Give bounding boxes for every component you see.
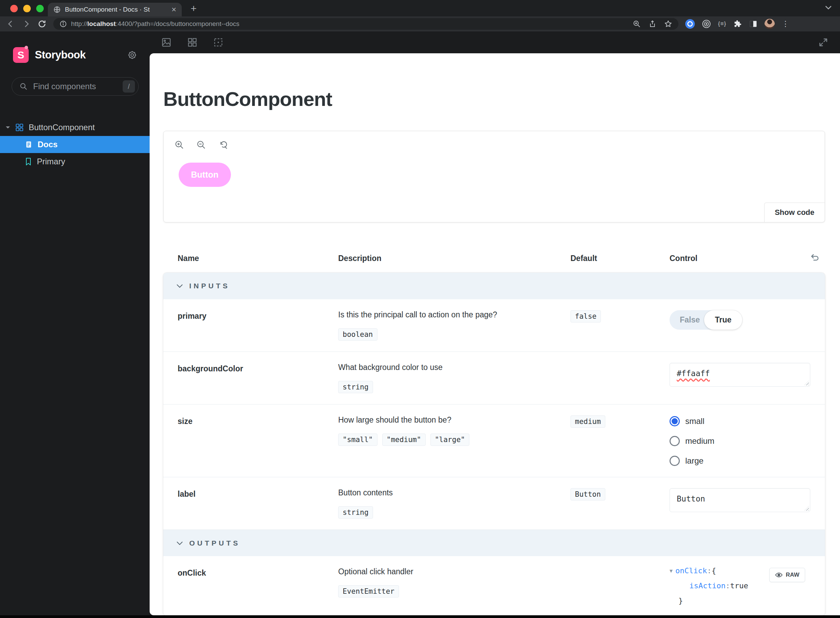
preview-button[interactable]: Button — [179, 163, 231, 187]
reload-icon[interactable] — [37, 19, 46, 28]
type-badge: string — [338, 381, 373, 393]
tree-nested-value: true — [730, 582, 748, 590]
default-badge: medium — [570, 415, 606, 428]
tree-separator: : — [726, 582, 730, 590]
concentric-circles-icon[interactable] — [702, 19, 711, 29]
section-label: OUTPUTS — [189, 539, 240, 547]
size-radio-group: small medium large — [669, 415, 810, 466]
radio-option-large[interactable]: large — [669, 456, 810, 466]
tree-caret-icon[interactable]: ▼ — [669, 569, 672, 573]
column-default: Default — [570, 254, 669, 263]
devtools-extension-icon[interactable]: {≡} — [718, 21, 726, 27]
collapse-caret-icon[interactable] — [6, 126, 10, 129]
side-panel-icon[interactable] — [749, 19, 758, 28]
tree-nested-key[interactable]: isAction — [689, 582, 726, 590]
settings-gear-icon[interactable] — [127, 50, 137, 60]
section-outputs[interactable]: OUTPUTS — [163, 529, 825, 556]
fullscreen-icon[interactable] — [818, 37, 828, 48]
back-icon[interactable] — [6, 19, 15, 28]
backgroundcolor-value: #ffaaff — [677, 369, 710, 378]
browser-menu-icon[interactable]: ⋮ — [782, 19, 789, 28]
default-badge: Button — [570, 488, 606, 501]
sidebar-item-primary[interactable]: Primary — [0, 153, 150, 170]
sidebar-item-docs[interactable]: Docs — [0, 136, 150, 153]
tab-close-icon[interactable]: × — [172, 6, 176, 14]
arg-row-backgroundcolor: backgroundColor What background color to… — [163, 352, 825, 404]
label-input[interactable]: Button — [669, 488, 810, 512]
window-controls[interactable] — [10, 5, 44, 12]
arg-name: size — [178, 415, 338, 466]
forward-icon[interactable] — [22, 19, 31, 28]
search-input[interactable]: Find components / — [12, 77, 139, 96]
boolean-toggle[interactable]: False True — [669, 310, 742, 330]
show-code-button[interactable]: Show code — [764, 203, 825, 223]
zoom-in-icon[interactable] — [175, 140, 184, 150]
zoom-reset-icon[interactable] — [218, 140, 228, 150]
share-icon[interactable] — [649, 20, 657, 28]
page-zoom-icon[interactable] — [633, 20, 641, 28]
radio-icon[interactable] — [669, 436, 680, 446]
tree-key[interactable]: onClick — [675, 567, 707, 575]
type-badge: string — [338, 506, 373, 518]
url-bar[interactable]: http://localhost:4400/?path=/docs/button… — [53, 18, 678, 30]
tab-favicon-globe-icon — [53, 6, 61, 13]
search-icon — [19, 82, 28, 91]
zoom-out-icon[interactable] — [196, 140, 206, 150]
arg-row-primary: primary Is this the principal call to ac… — [163, 299, 825, 352]
reset-controls-icon[interactable] — [810, 253, 820, 263]
arg-name: primary — [178, 310, 338, 340]
sidebar-item-buttoncomponent[interactable]: ButtonComponent — [0, 119, 150, 136]
bookmark-star-icon[interactable] — [664, 20, 672, 28]
radio-label: small — [685, 416, 704, 426]
tree-separator: : — [707, 567, 712, 575]
radio-icon[interactable] — [669, 416, 680, 426]
url-text[interactable]: http://localhost:4400/?path=/docs/button… — [71, 20, 629, 28]
background-image-icon[interactable] — [161, 37, 172, 48]
story-preview: Button Show code — [163, 131, 825, 223]
zoom-window-button[interactable] — [36, 5, 44, 12]
radio-label: large — [685, 456, 703, 466]
window-bottom-edge — [0, 615, 840, 618]
arg-description: How large should the button be? — [338, 415, 570, 425]
radio-label: medium — [685, 436, 714, 446]
grid-toggle-icon[interactable] — [187, 37, 197, 48]
storybook-logo: S — [13, 47, 29, 63]
arg-description: Button contents — [338, 488, 570, 498]
extensions-puzzle-icon[interactable] — [733, 19, 742, 28]
new-tab-button[interactable]: + — [191, 3, 197, 16]
radio-option-small[interactable]: small — [669, 416, 810, 426]
zoom-toolbar — [164, 131, 825, 150]
section-label: INPUTS — [189, 282, 230, 290]
chevron-down-icon — [176, 284, 183, 288]
browser-tab[interactable]: ButtonComponent - Docs · St × — [48, 3, 182, 16]
minimize-window-button[interactable] — [23, 5, 31, 12]
search-placeholder: Find components — [33, 82, 117, 91]
search-shortcut-key: / — [123, 80, 135, 92]
chevron-down-icon — [176, 541, 183, 545]
section-inputs[interactable]: INPUTS — [163, 273, 825, 299]
sidebar-item-label: Docs — [37, 140, 58, 149]
radio-icon[interactable] — [669, 456, 680, 466]
type-badge: "large" — [430, 434, 470, 446]
args-table: Name Description Default Control — [163, 254, 825, 615]
password-manager-icon[interactable] — [685, 19, 695, 29]
tab-search-chevron-icon[interactable] — [825, 6, 832, 10]
profile-avatar[interactable] — [764, 19, 775, 29]
site-info-icon[interactable] — [59, 20, 67, 28]
measure-outline-icon[interactable] — [213, 37, 223, 48]
docs-canvas: ButtonComponent — [150, 53, 840, 615]
raw-toggle-button[interactable]: RAW — [769, 568, 805, 582]
arg-name: onClick — [178, 567, 338, 605]
toggle-true[interactable]: True — [704, 310, 743, 330]
close-window-button[interactable] — [10, 5, 18, 12]
args-table-body: INPUTS primary Is this the principal cal… — [163, 273, 825, 615]
arg-row-onclick: onClick Optional click handler EventEmit… — [163, 556, 825, 615]
radio-option-medium[interactable]: medium — [669, 436, 810, 446]
tab-strip: ButtonComponent - Docs · St × + — [0, 0, 840, 16]
backgroundcolor-input[interactable]: #ffaaff — [669, 363, 810, 387]
brand-title: Storybook — [35, 49, 121, 61]
arg-description: Is this the principal call to action on … — [338, 310, 570, 319]
type-badge: EventEmitter — [338, 585, 399, 597]
raw-label: RAW — [786, 572, 799, 578]
toggle-false[interactable]: False — [669, 310, 704, 330]
